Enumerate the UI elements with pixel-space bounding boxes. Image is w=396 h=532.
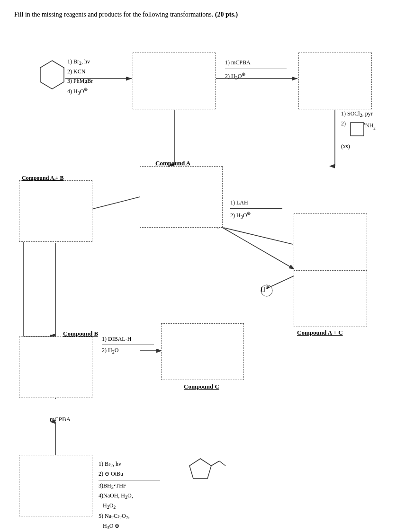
reagents-mcpba-bottom: mCPBA [50,415,71,425]
cyclohexane-molecule [38,58,66,91]
svg-rect-21 [351,123,364,136]
reagents-br2-kcn: 1) Br2, hv 2) KCN 3) PhMgBr 4) H3O⊕ [67,57,93,97]
compound-aplusc-label: Compound A + C [297,329,343,337]
h-plus-label: H⊕ [261,284,269,293]
box-compound-b [19,337,92,398]
reaction-diagram: 1) Br2, hv 2) KCN 3) PhMgBr 4) H3O⊕ 1) m… [14,29,384,526]
points-label: (20 pts.) [215,11,238,18]
box-compound-c [161,323,244,380]
box-bottom-left [19,455,92,516]
compound-aplusb-label: Compound A + B [22,175,64,182]
box-top-right [298,53,372,109]
svg-marker-24 [189,459,211,479]
cyclopentyl-ethyl-molecule [189,454,226,487]
reagents-dibalh: 1) DIBAL-H 2) H2O [102,335,154,356]
reagents-bottom-long: 1) Br2, hv 2) ⊖ OtBu 3)BH3•THF 4)NaOH, H… [99,460,160,532]
reagents-mcpba-top: 1) mCPBA 2) H3O⊕ [225,58,287,82]
reagents-socl2: 1) SOCl2, pyr 2) NH2 (xs) [341,109,377,151]
box-top-left [133,53,216,109]
svg-text:NH2: NH2 [365,122,376,131]
svg-line-25 [211,461,219,466]
svg-line-8 [224,228,293,244]
compound-a-label: Compound A [155,160,190,167]
cyclobutane-amine-svg: NH2 [348,120,377,142]
box-compound-aplusc [294,270,367,327]
box-compound-aplusb [19,180,92,242]
svg-line-9 [223,228,295,269]
svg-marker-20 [40,61,64,89]
box-compound-a [140,166,223,228]
instruction-text: Fill in the missing reagents and product… [14,9,382,19]
box-compound-aplusc-upper [294,213,367,270]
svg-line-10 [93,197,140,209]
reagents-lah: 1) LAH 2) H3O⊕ [230,198,282,222]
compound-c-label: Compound C [184,383,219,390]
svg-line-26 [219,461,225,466]
compound-b-label: Compound B [63,330,98,337]
